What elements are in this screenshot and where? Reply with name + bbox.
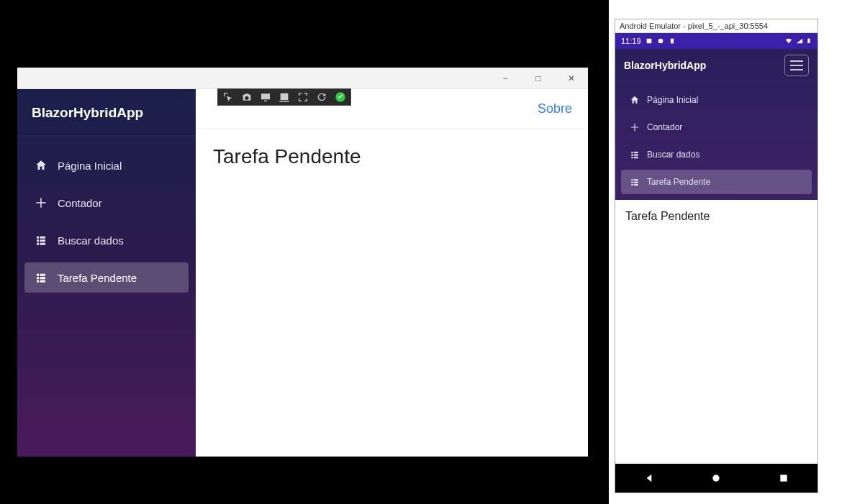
emulator-app-header: BlazorHybridApp (615, 49, 817, 82)
home-icon (35, 159, 47, 172)
debug-toolbar[interactable] (217, 88, 351, 106)
emulator-status-bar: 11:19 (615, 33, 817, 49)
main-area: Sobre Tarefa Pendente (196, 89, 588, 457)
sidebar-brand: BlazorHybridApp (17, 89, 196, 137)
emulator-soft-keys (615, 464, 817, 492)
expand-icon[interactable] (297, 91, 309, 103)
sidebar: BlazorHybridApp Página Inicial Contador … (17, 89, 196, 457)
list-icon (35, 234, 47, 247)
emulator-content: Tarefa Pendente (615, 200, 817, 464)
desktop-window: − □ ✕ BlazorHybridApp Página Inicial Con… (17, 68, 588, 457)
sidebar-item-label: Tarefa Pendente (58, 272, 137, 284)
minimize-icon: − (502, 73, 507, 83)
recents-softkey[interactable] (778, 472, 789, 484)
plus-icon (630, 122, 640, 132)
list-icon (630, 177, 640, 187)
emulator-brand: BlazorHybridApp (624, 60, 706, 71)
hamburger-line (790, 65, 803, 66)
emulator-nav-item-home[interactable]: Página Inicial (621, 88, 812, 112)
page-title: Tarefa Pendente (213, 145, 571, 168)
usb-icon (669, 37, 676, 45)
emulator-nav-label: Contador (647, 122, 682, 132)
about-link[interactable]: Sobre (538, 101, 572, 116)
wifi-icon (784, 37, 793, 45)
app-body: BlazorHybridApp Página Inicial Contador … (17, 89, 588, 457)
plus-icon (35, 196, 47, 209)
emulator-nav-label: Buscar dados (647, 150, 699, 160)
signal-icon (796, 37, 803, 45)
sidebar-item-label: Página Inicial (58, 160, 122, 172)
svg-point-2 (658, 39, 663, 44)
page-content: Tarefa Pendente (196, 129, 588, 184)
hamburger-line (790, 69, 803, 70)
svg-rect-6 (780, 475, 787, 481)
list-icon (35, 271, 47, 284)
svg-rect-3 (807, 39, 810, 43)
emulator-nav-item-counter[interactable]: Contador (621, 115, 812, 139)
battery-icon (806, 37, 812, 45)
emulator-page-title: Tarefa Pendente (625, 210, 807, 223)
sidebar-item-label: Buscar dados (58, 234, 124, 247)
emulator-window-title: Android Emulator - pixel_5_-_api_30:5554 (615, 19, 817, 33)
emulator-nav-label: Tarefa Pendente (647, 177, 710, 187)
sidebar-nav: Página Inicial Contador Buscar dados Tar… (17, 137, 196, 306)
window-minimize-button[interactable]: − (489, 68, 522, 89)
sidebar-item-home[interactable]: Página Inicial (24, 150, 189, 180)
emulator-nav-item-pending-task[interactable]: Tarefa Pendente (621, 170, 812, 194)
svg-rect-4 (808, 38, 809, 39)
home-softkey[interactable] (710, 472, 722, 484)
select-element-icon[interactable] (222, 91, 234, 103)
sidebar-item-label: Contador (58, 197, 102, 209)
sidebar-item-fetch-data[interactable]: Buscar dados (24, 225, 189, 255)
window-close-button[interactable]: ✕ (555, 68, 588, 89)
android-emulator: Android Emulator - pixel_5_-_api_30:5554… (615, 19, 818, 493)
emulator-nav: Página Inicial Contador Buscar dados Tar… (615, 82, 817, 200)
camera-icon[interactable] (241, 91, 253, 103)
list-icon (630, 150, 640, 160)
emulator-nav-item-fetch-data[interactable]: Buscar dados (621, 142, 812, 167)
monitor-icon[interactable] (260, 91, 271, 103)
notification-icon (646, 37, 653, 45)
refresh-icon[interactable] (316, 91, 327, 103)
home-icon (630, 95, 640, 105)
close-icon: ✕ (568, 73, 575, 83)
status-time: 11:19 (621, 37, 641, 45)
sidebar-item-counter[interactable]: Contador (24, 188, 189, 218)
window-titlebar: − □ ✕ (17, 68, 588, 89)
maximize-icon: □ (535, 73, 540, 83)
hamburger-menu-button[interactable] (784, 55, 809, 76)
hamburger-line (790, 60, 803, 62)
svg-rect-1 (646, 39, 651, 44)
screen-icon[interactable] (278, 91, 290, 103)
window-maximize-button[interactable]: □ (522, 68, 555, 89)
emulator-nav-label: Página Inicial (647, 95, 698, 105)
sidebar-item-pending-task[interactable]: Tarefa Pendente (24, 262, 189, 293)
back-softkey[interactable] (643, 472, 655, 484)
debug-icon (657, 37, 664, 45)
check-circle-icon[interactable] (335, 91, 346, 103)
svg-point-5 (713, 475, 720, 481)
desktop-black-frame: − □ ✕ BlazorHybridApp Página Inicial Con… (0, 0, 609, 504)
